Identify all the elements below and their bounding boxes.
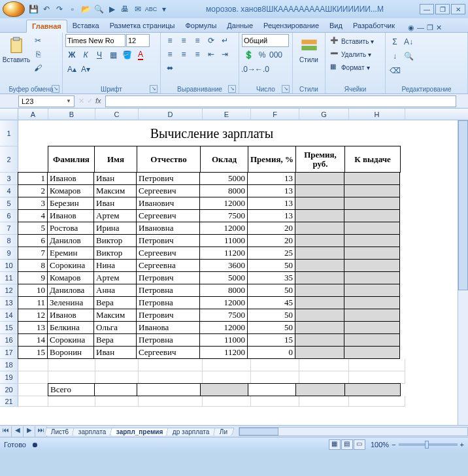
macro-record-icon[interactable]: ⏺ [31,441,39,449]
cell-empty[interactable] [349,396,405,407]
row-header-4[interactable]: 4 [0,185,18,197]
row-header-7[interactable]: 7 [0,222,18,235]
prev-sheet-icon[interactable]: ◀ [12,426,24,437]
cell-num[interactable]: 13 [18,321,48,334]
sheet-tab[interactable]: зарплата [72,428,114,435]
help-icon[interactable]: ◉ [408,24,414,32]
cell-total-pay[interactable] [344,383,401,396]
cell-num[interactable]: 10 [18,284,48,297]
sort-filter-icon[interactable]: A↓ [402,35,415,48]
cell-empty[interactable] [18,359,48,371]
cell-surname[interactable]: Белкина [47,321,94,334]
cell-bonus-rub[interactable] [295,222,344,235]
worksheet-grid[interactable]: ABCDEFGH 1Вычисление зарплаты2ФамилияИмя… [0,109,468,437]
cell-salary[interactable]: 5000 [199,172,248,185]
cell-patronymic[interactable]: Петровна [136,333,200,347]
row-header-16[interactable]: 16 [0,334,18,347]
cell-surname[interactable]: Иванов [47,209,94,222]
cell-name[interactable]: Нина [93,259,137,272]
close-workbook-icon[interactable]: ✕ [436,24,442,32]
cell-surname[interactable]: Зеленина [47,296,94,309]
italic-icon[interactable]: К [79,48,92,61]
align-left-icon[interactable]: ≡ [163,48,176,61]
cell-num[interactable]: 9 [18,271,48,284]
normal-view-icon[interactable]: ▦ [329,439,341,450]
bold-icon[interactable]: Ж [65,48,78,61]
cell-surname[interactable]: Данилов [47,234,94,247]
cell-num[interactable]: 11 [18,296,48,309]
cell-salary[interactable]: 11200 [199,246,248,260]
cell-empty[interactable] [299,371,349,384]
zoom-in-icon[interactable]: + [460,441,464,449]
table-header[interactable]: Имя [94,146,137,173]
decrease-indent-icon[interactable]: ⇤ [205,48,218,61]
cell-bonus-pct[interactable]: 35 [247,271,295,284]
align-bottom-icon[interactable]: ≡ [191,34,204,47]
cell-name[interactable]: Виктор [93,246,137,260]
cell-bonus-pct[interactable]: 20 [247,234,295,247]
cell-bonus-rub[interactable] [295,172,344,185]
cell-name[interactable]: Максим [93,309,137,322]
format-painter-icon[interactable]: 🖌 [31,61,44,75]
cell-salary[interactable]: 12000 [199,197,248,210]
cell-num[interactable]: 4 [18,209,48,222]
cell-name[interactable]: Иван [93,172,137,185]
quick-print-icon[interactable]: 🖶 [119,3,131,15]
sheet-tab[interactable]: др зарплата [165,428,216,435]
merge-center-icon[interactable]: ⬌ [163,61,176,75]
sheet-tab[interactable]: зарпл_премия [109,428,170,435]
redo-icon[interactable]: ↷ [54,3,65,15]
wrap-text-icon[interactable]: ↵ [218,34,231,47]
align-center-icon[interactable]: ≡ [177,48,190,61]
tab-Разметка страницы[interactable]: Разметка страницы [105,20,180,32]
align-dialog-launcher[interactable]: ↘ [228,85,236,93]
cell-empty[interactable] [139,359,203,371]
cell-total[interactable] [344,222,400,235]
delete-cells-button[interactable]: ➖Удалить ▾ [328,48,373,60]
page-layout-view-icon[interactable]: ▤ [341,439,353,450]
row-header-3[interactable]: 3 [0,173,18,185]
cell-total-label[interactable]: Всего [48,383,95,396]
font-name-combo[interactable] [65,34,125,47]
close-button[interactable]: ✕ [451,4,465,14]
cell-empty[interactable] [299,396,349,407]
cell-empty[interactable] [48,359,95,371]
cell-empty[interactable] [137,383,201,396]
run-icon[interactable]: ▶ [106,3,118,15]
row-header-21[interactable]: 21 [0,396,18,407]
row-header-12[interactable]: 12 [0,284,18,297]
select-all-corner[interactable] [0,109,18,120]
tab-Вставка[interactable]: Вставка [67,20,105,32]
font-size-combo[interactable] [126,34,150,47]
cell-empty[interactable] [18,371,48,384]
percent-format-icon[interactable]: % [256,48,269,61]
cell-surname[interactable]: Ростова [47,222,94,235]
cell-bonus-pct[interactable]: 0 [247,346,295,359]
cell-bonus-pct[interactable]: 25 [247,246,295,260]
underline-icon[interactable]: Ч [93,48,106,61]
col-header-H[interactable]: H [349,109,405,120]
cell-total[interactable] [344,271,400,284]
qat-dropdown-icon[interactable]: ▾ [158,3,170,15]
orientation-icon[interactable]: ⟳ [205,34,218,47]
cell-surname[interactable]: Комаров [47,184,94,197]
row-header-19[interactable]: 19 [0,371,18,384]
number-format-combo[interactable] [242,34,289,47]
cell-empty[interactable] [139,396,203,407]
cell-bonus-rub[interactable] [295,333,344,347]
print-preview-icon[interactable]: 🔍 [93,3,105,15]
col-header-E[interactable]: E [203,109,251,120]
row-header-18[interactable]: 18 [0,359,18,371]
increase-indent-icon[interactable]: ⇥ [218,48,231,61]
cell-patronymic[interactable]: Сергеевич [136,209,200,222]
cell-num[interactable]: 8 [18,259,48,272]
sheet-tab[interactable]: Ли [212,428,234,435]
cell-bonus-pct[interactable]: 50 [247,321,295,334]
row-header-11[interactable]: 11 [0,272,18,284]
row-header-9[interactable]: 9 [0,247,18,260]
cell-total[interactable] [344,172,400,185]
formula-input[interactable] [105,95,456,107]
cell-total[interactable] [344,197,400,210]
horizontal-scrollbar[interactable] [239,427,468,436]
cell-surname[interactable]: Комаров [47,271,94,284]
